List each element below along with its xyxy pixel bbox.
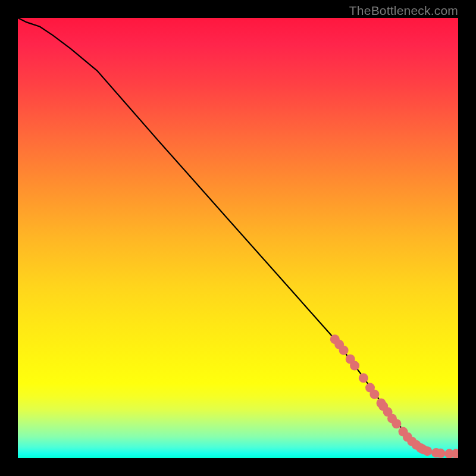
- scatter-dot: [350, 361, 359, 371]
- scatter-dot: [359, 373, 368, 383]
- scatter-dot: [339, 346, 349, 355]
- scatter-dot: [369, 390, 379, 399]
- watermark-text: TheBottleneck.com: [349, 4, 458, 18]
- bottleneck-curve: [18, 18, 458, 454]
- scatter-dots: [330, 334, 458, 458]
- scatter-dot: [422, 446, 432, 456]
- curve-layer: [18, 18, 458, 458]
- scatter-dot: [436, 449, 445, 458]
- plot-area: [18, 18, 458, 458]
- scatter-dot: [392, 419, 401, 428]
- chart-frame: TheBottleneck.com: [0, 0, 476, 476]
